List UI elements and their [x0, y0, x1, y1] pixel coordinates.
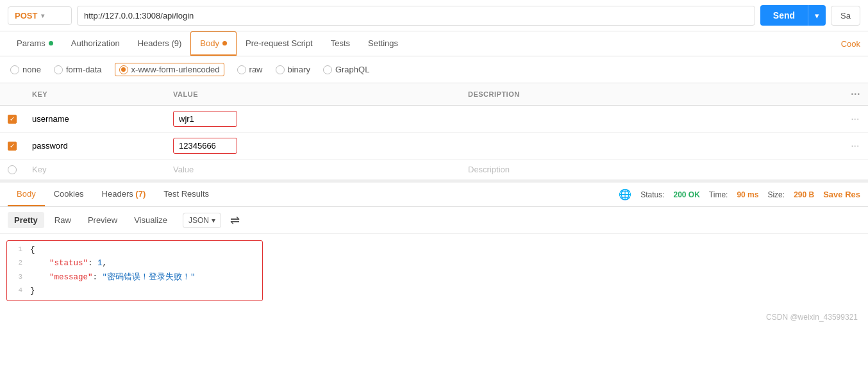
globe-icon: 🌐 — [619, 188, 631, 201]
row2-checkbox[interactable]: ✓ — [8, 142, 17, 151]
row3-radio — [8, 165, 17, 174]
response-body-toolbar: Pretty Raw Preview Visualize JSON ▾ ⇌ — [0, 207, 868, 234]
response-section: Body Cookies Headers (7) Test Results 🌐 … — [0, 180, 868, 308]
row2-desc[interactable] — [460, 133, 843, 160]
table-row: Key Value Description — [0, 160, 868, 180]
url-bar: POST ▾ Send ▾ Sa — [0, 0, 868, 31]
tab-tests[interactable]: Tests — [322, 32, 359, 56]
radio-graphql[interactable]: GraphQL — [323, 65, 369, 74]
tab-authorization[interactable]: Authorization — [62, 32, 129, 56]
radio-form-data[interactable]: form-data — [54, 65, 102, 74]
code-line-3: 3 "message": "密码错误！登录失败！" — [7, 271, 262, 284]
row3-key-placeholder: Key — [32, 165, 46, 174]
time-label: Time: — [709, 190, 728, 199]
wrap-icon[interactable]: ⇌ — [230, 213, 240, 227]
row2-key[interactable] — [24, 133, 165, 160]
row1-value-outlined — [173, 111, 237, 127]
row3-desc[interactable]: Description — [460, 160, 843, 180]
tab-pre-request[interactable]: Pre-request Script — [237, 32, 322, 56]
row1-value-input[interactable] — [179, 114, 230, 124]
row1-more[interactable]: ··· — [843, 106, 868, 133]
send-button[interactable]: Send — [760, 5, 808, 26]
code-area: 1 { 2 "status": 1, 3 "message": "密码错误！登录… — [0, 234, 868, 308]
size-value: 290 B — [794, 190, 814, 199]
tab-body[interactable]: Body — [190, 31, 237, 56]
radio-x-www-inner — [121, 67, 126, 72]
row3-desc-placeholder: Description — [468, 165, 510, 174]
row2-value-cell — [165, 133, 460, 160]
radio-none-circle — [10, 65, 19, 74]
code-line-2: 2 "status": 1, — [7, 257, 262, 270]
table-row: ✓ ··· — [0, 106, 868, 133]
status-label: Status: — [640, 190, 664, 199]
format-tab-pretty[interactable]: Pretty — [8, 212, 44, 228]
size-label: Size: — [767, 190, 785, 199]
table-row: ✓ ··· — [0, 133, 868, 160]
format-tab-preview[interactable]: Preview — [81, 212, 124, 228]
col-value: VALUE — [165, 83, 460, 106]
kv-table: KEY VALUE DESCRIPTION ··· ✓ — [0, 83, 868, 180]
tab-settings[interactable]: Settings — [359, 32, 407, 56]
col-more: ··· — [843, 83, 868, 106]
method-chevron-icon: ▾ — [41, 12, 44, 19]
row1-desc-input[interactable] — [468, 114, 835, 124]
row3-key[interactable]: Key — [24, 160, 165, 180]
json-format-select[interactable]: JSON ▾ — [183, 213, 221, 228]
row2-check-icon: ✓ — [10, 142, 15, 149]
resp-tab-cookies[interactable]: Cookies — [45, 183, 93, 206]
radio-graphql-circle — [323, 65, 332, 74]
resp-tab-body[interactable]: Body — [8, 183, 45, 206]
time-value: 90 ms — [737, 190, 758, 199]
resp-tab-test-results[interactable]: Test Results — [154, 183, 218, 206]
row2-desc-input[interactable] — [468, 141, 835, 151]
row2-more[interactable]: ··· — [843, 133, 868, 160]
row2-value-input[interactable] — [179, 141, 230, 151]
tab-params[interactable]: Params — [8, 32, 62, 56]
row2-value-outlined — [173, 138, 237, 154]
col-key: KEY — [24, 83, 165, 106]
url-input[interactable] — [77, 6, 755, 26]
radio-binary[interactable]: binary — [276, 65, 310, 74]
row1-key[interactable] — [24, 106, 165, 133]
row1-checkbox-cell[interactable]: ✓ — [0, 106, 24, 133]
tab-headers[interactable]: Headers (9) — [129, 32, 191, 56]
status-value: 200 OK — [674, 190, 700, 199]
row1-desc[interactable] — [460, 106, 843, 133]
row1-check-icon: ✓ — [10, 115, 15, 122]
format-tab-visualize[interactable]: Visualize — [128, 212, 174, 228]
row1-key-input[interactable] — [32, 114, 158, 124]
method-select[interactable]: POST ▾ — [8, 6, 72, 25]
row2-checkbox-cell[interactable]: ✓ — [0, 133, 24, 160]
row1-value-cell — [165, 106, 460, 133]
col-description: DESCRIPTION — [460, 83, 843, 106]
method-label: POST — [15, 11, 37, 21]
col-checkbox — [0, 83, 24, 106]
response-tab-bar: Body Cookies Headers (7) Test Results 🌐 … — [0, 183, 868, 207]
code-line-4: 4 } — [7, 284, 262, 298]
radio-x-www-circle — [119, 65, 128, 74]
format-tab-raw[interactable]: Raw — [48, 212, 78, 228]
radio-form-data-circle — [54, 65, 63, 74]
cookies-link[interactable]: Cook — [841, 39, 860, 49]
radio-x-www[interactable]: x-www-form-urlencoded — [115, 63, 224, 76]
radio-binary-circle — [276, 65, 285, 74]
row1-checkbox[interactable]: ✓ — [8, 115, 17, 124]
row3-value-placeholder: Value — [173, 165, 194, 174]
send-dropdown-button[interactable]: ▾ — [808, 5, 826, 26]
response-status-bar: 🌐 Status: 200 OK Time: 90 ms Size: 290 B… — [619, 188, 860, 201]
radio-raw[interactable]: raw — [237, 65, 263, 74]
row3-more — [843, 160, 868, 180]
row3-checkbox-cell — [0, 160, 24, 180]
params-dot — [49, 41, 53, 45]
save-response-button[interactable]: Save Res — [823, 190, 860, 199]
row3-value[interactable]: Value — [165, 160, 460, 180]
resp-tab-headers[interactable]: Headers (7) — [93, 183, 155, 206]
row2-key-input[interactable] — [32, 141, 158, 151]
body-dot — [222, 41, 227, 45]
save-button[interactable]: Sa — [831, 6, 860, 26]
code-line-1: 1 { — [7, 243, 262, 257]
radio-none[interactable]: none — [10, 65, 41, 74]
request-tab-bar: Params Authorization Headers (9) Body Pr… — [0, 31, 868, 56]
watermark: CSDN @weixin_43599321 — [0, 308, 868, 327]
radio-raw-circle — [237, 65, 246, 74]
